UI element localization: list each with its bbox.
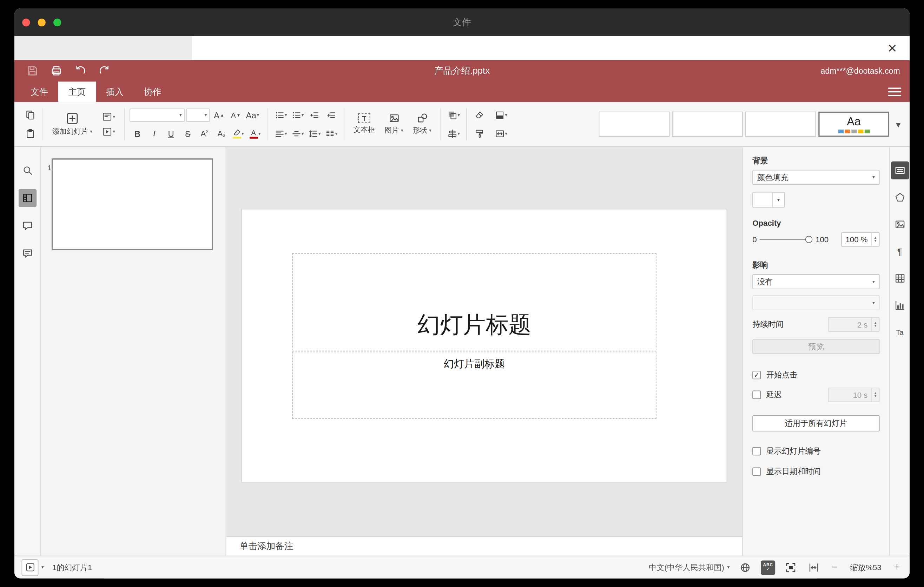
slide[interactable]: 幻灯片标题 幻灯片副标题 [242, 209, 727, 481]
copy-style-icon[interactable] [472, 126, 487, 141]
print-icon[interactable] [49, 64, 64, 78]
horizontal-align-icon[interactable]: ▾ [273, 126, 289, 141]
undo-icon[interactable] [73, 64, 88, 78]
columns-icon[interactable]: ▾ [323, 126, 339, 141]
save-icon[interactable] [25, 64, 40, 78]
paragraph-settings-icon[interactable] [891, 242, 909, 260]
start-on-click-row[interactable]: 开始点击 [752, 370, 879, 381]
fit-width-icon[interactable] [807, 560, 821, 574]
font-name-select[interactable]: ▾ [130, 108, 185, 122]
show-date-time-row[interactable]: 显示日期和时间 [752, 466, 879, 477]
tab-file[interactable]: 文件 [20, 81, 58, 102]
italic-button[interactable]: I [147, 126, 162, 141]
subscript-button[interactable]: A2 [213, 126, 229, 141]
menu-icon[interactable] [888, 86, 901, 97]
fit-slide-icon[interactable] [784, 560, 798, 574]
superscript-button[interactable]: A2 [197, 126, 213, 141]
highlight-color-icon[interactable]: ▾ [230, 126, 246, 141]
chart-settings-icon[interactable] [891, 296, 909, 314]
tab-insert[interactable]: 插入 [96, 81, 134, 102]
insert-textbox-button[interactable]: 文本框 [349, 112, 379, 136]
opacity-slider-knob[interactable] [805, 236, 813, 243]
delay-checkbox[interactable] [752, 391, 761, 399]
opacity-value-field[interactable]: 100 % ▲▼ [841, 232, 879, 246]
search-icon[interactable] [18, 162, 36, 180]
zoom-in-button[interactable]: + [892, 561, 903, 573]
theme-option[interactable] [745, 112, 816, 137]
underline-button[interactable]: U [163, 126, 179, 141]
zoom-traffic-light[interactable] [53, 18, 61, 26]
increase-indent-icon[interactable] [323, 107, 339, 122]
vertical-align-icon[interactable]: ▾ [290, 126, 305, 141]
close-icon[interactable]: × [882, 38, 902, 58]
opacity-slider[interactable] [760, 236, 812, 243]
slide-title-placeholder[interactable]: 幻灯片标题 [292, 253, 656, 350]
minimize-traffic-light[interactable] [38, 18, 46, 26]
font-color-icon[interactable]: A ▾ [247, 126, 262, 141]
line-spacing-icon[interactable]: ▾ [307, 126, 322, 141]
tab-home[interactable]: 主页 [58, 81, 96, 102]
redo-icon[interactable] [97, 64, 112, 78]
show-slide-number-checkbox[interactable] [752, 447, 761, 455]
spinner-arrows[interactable]: ▲▼ [871, 233, 879, 246]
slide-canvas[interactable]: 幻灯片标题 幻灯片副标题 [226, 147, 742, 536]
copy-icon[interactable] [22, 107, 38, 122]
close-traffic-light[interactable] [22, 18, 30, 26]
increase-font-icon[interactable]: A▲ [211, 107, 227, 122]
zoom-out-button[interactable]: − [829, 561, 840, 573]
spellcheck-icon[interactable]: ABC [761, 560, 775, 574]
start-slideshow-status-icon[interactable] [22, 559, 39, 576]
theme-option-selected[interactable]: Aa [818, 112, 889, 137]
slides-panel-icon[interactable] [18, 189, 36, 207]
insert-image-button[interactable]: 图片▾ [381, 112, 408, 137]
spinner-arrows[interactable]: ▲▼ [871, 388, 879, 402]
bold-button[interactable]: B [130, 126, 145, 141]
start-slideshow-icon[interactable]: ▾ [101, 124, 116, 139]
delay-checkbox-row[interactable]: 延迟 [752, 389, 782, 400]
shape-settings-icon[interactable] [891, 188, 909, 206]
slide-settings-icon[interactable] [891, 162, 909, 180]
background-fill-select[interactable]: 颜色填充▾ [752, 170, 879, 185]
shape-fill-icon[interactable]: ▾ [493, 107, 509, 122]
chat-icon[interactable] [18, 244, 36, 262]
slide-thumbnail[interactable] [51, 158, 213, 250]
add-slide-button[interactable]: 添加幻灯片▾ [48, 110, 97, 138]
preview-button[interactable]: 预览 [752, 339, 879, 354]
image-settings-icon[interactable] [891, 216, 909, 234]
duration-field[interactable]: 2 s ▲▼ [828, 317, 880, 332]
decrease-font-icon[interactable]: A▼ [228, 107, 243, 122]
notes-area[interactable]: 单击添加备注 [226, 536, 742, 556]
insert-shape-button[interactable]: 形状▾ [409, 112, 436, 137]
bullet-list-icon[interactable]: ▾ [273, 107, 289, 122]
tab-collaboration[interactable]: 协作 [134, 81, 172, 102]
arrange-shapes-icon[interactable]: ▾ [446, 107, 461, 122]
effect-select[interactable]: 没有▾ [752, 274, 879, 289]
clear-style-icon[interactable] [472, 107, 487, 122]
font-size-select[interactable]: ▾ [186, 108, 210, 122]
show-slide-number-row[interactable]: 显示幻灯片编号 [752, 446, 879, 457]
apply-to-all-slides-button[interactable]: 适用于所有幻灯片 [752, 416, 879, 432]
slide-subtitle-placeholder[interactable]: 幻灯片副标题 [292, 352, 656, 419]
theme-option[interactable] [672, 112, 743, 137]
effect-type-select[interactable]: ▾ [752, 295, 879, 310]
spinner-arrows[interactable]: ▲▼ [871, 318, 879, 331]
table-settings-icon[interactable] [891, 269, 909, 287]
theme-gallery-expand-icon[interactable]: ▾ [892, 105, 905, 143]
change-case-icon[interactable]: Aa▾ [245, 107, 260, 122]
delay-field[interactable]: 10 s ▲▼ [828, 387, 880, 402]
chevron-down-icon[interactable]: ▾ [41, 564, 44, 570]
slide-size-icon[interactable]: ▾ [493, 126, 509, 141]
align-shapes-icon[interactable]: ▾ [446, 126, 461, 141]
start-on-click-checkbox[interactable] [752, 371, 761, 379]
show-date-time-checkbox[interactable] [752, 467, 761, 476]
paste-icon[interactable] [22, 126, 38, 141]
slide-layout-icon[interactable]: ▾ [101, 109, 116, 124]
theme-option[interactable] [599, 112, 670, 137]
background-color-picker[interactable]: ▾ [752, 192, 785, 208]
strikethrough-button[interactable]: S [180, 126, 196, 141]
comments-icon[interactable] [18, 217, 36, 234]
textart-settings-icon[interactable] [891, 323, 909, 341]
numbered-list-icon[interactable]: ▾ [290, 107, 305, 122]
decrease-indent-icon[interactable] [307, 107, 322, 122]
document-language-icon[interactable] [738, 560, 752, 574]
